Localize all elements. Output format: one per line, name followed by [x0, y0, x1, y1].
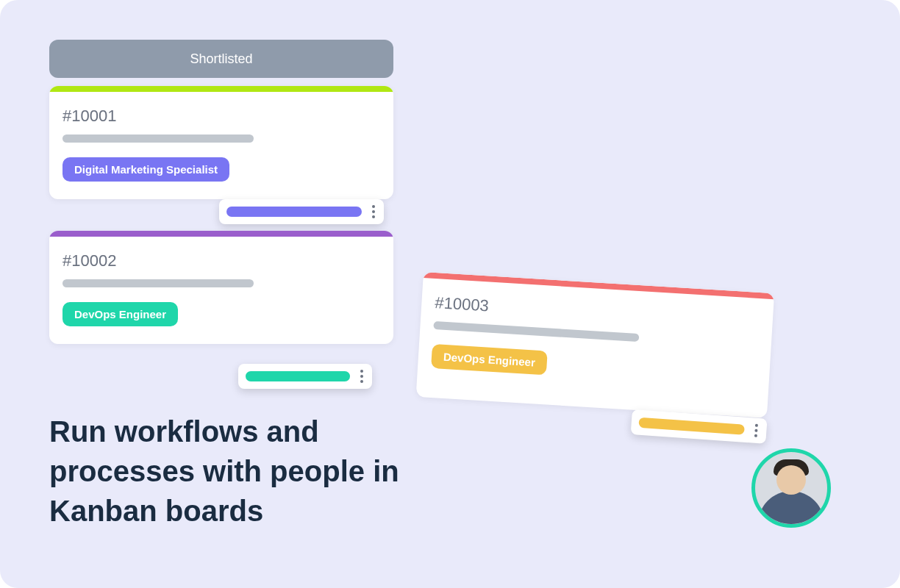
kanban-card[interactable]: #10002 DevOps Engineer [49, 231, 393, 344]
card-stripe [49, 231, 393, 237]
card-id: #10001 [49, 92, 393, 135]
card-stripe [49, 86, 393, 92]
status-pill [226, 207, 362, 217]
kanban-card-dragging[interactable]: #10003 DevOps Engineer [416, 272, 774, 418]
status-pill [246, 371, 350, 381]
column-title: Shortlisted [190, 51, 252, 67]
promo-headline: Run workflows and processes with people … [49, 412, 461, 531]
column-header-shortlisted: Shortlisted [49, 40, 393, 78]
card-tag[interactable]: DevOps Engineer [63, 302, 178, 326]
card-placeholder-bar [63, 279, 254, 287]
card-tag[interactable]: Digital Marketing Specialist [63, 157, 229, 182]
status-pill [638, 417, 745, 435]
more-menu-icon[interactable] [371, 205, 376, 218]
kanban-promo-canvas: Shortlisted #10001 Digital Marketing Spe… [0, 0, 900, 588]
card-placeholder-bar [63, 135, 254, 143]
more-menu-icon[interactable] [359, 370, 365, 383]
card-tag[interactable]: DevOps Engineer [431, 344, 548, 376]
card-id: #10002 [49, 237, 393, 279]
user-avatar [751, 448, 831, 528]
status-pill-widget[interactable] [219, 199, 384, 224]
status-pill-widget[interactable] [238, 364, 372, 389]
kanban-card[interactable]: #10001 Digital Marketing Specialist [49, 86, 393, 199]
